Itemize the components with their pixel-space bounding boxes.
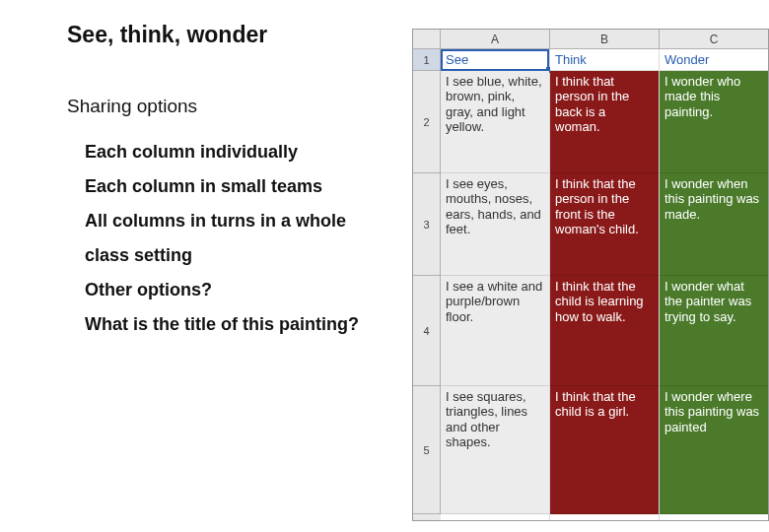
cell-a4[interactable]: I see a white and purple/brown floor. [441,276,549,386]
row-number-gutter: 1 2 3 4 5 [413,49,441,520]
select-all-corner[interactable] [413,30,441,48]
cell-b3[interactable]: I think that the person in the front is … [550,173,659,276]
column-header-a[interactable]: A [441,30,550,48]
row-number[interactable]: 5 [413,386,441,514]
cell-c2[interactable]: I wonder who made this painting. [660,71,768,173]
cell-a1[interactable]: See [441,49,549,71]
cell-c3[interactable]: I wonder when this painting was made. [660,173,768,276]
row-number[interactable]: 3 [413,173,441,276]
column-header-b[interactable]: B [550,30,660,48]
cell-a2[interactable]: I see blue, white, brown, pink, gray, an… [441,71,549,173]
cell-b5[interactable]: I think that the child is a girl. [550,386,659,514]
slide: See, think, wonder Sharing options Each … [0,0,769,532]
column-see: See I see blue, white, brown, pink, gray… [441,49,550,520]
column-think: Think I think that person in the back is… [550,49,660,520]
column-header-row: A B C [413,30,768,49]
cell-c5[interactable]: I wonder where this painting was painted [660,386,768,514]
row-number[interactable]: 2 [413,71,441,173]
cell-a5[interactable]: I see squares, triangles, lines and othe… [441,386,549,514]
cell-b2[interactable]: I think that person in the back is a wom… [550,71,659,173]
row-number[interactable]: 4 [413,276,441,386]
cell-b1[interactable]: Think [550,49,659,71]
column-wonder: Wonder I wonder who made this painting. … [660,49,768,520]
cell-a3[interactable]: I see eyes, mouths, noses, ears, hands, … [441,173,549,276]
row-number[interactable]: 1 [413,49,441,71]
cell-c4[interactable]: I wonder what the painter was trying to … [660,276,768,386]
cell-b4[interactable]: I think that the child is learning how t… [550,276,659,386]
spreadsheet: A B C 1 2 3 4 5 See I see blue, white, b… [412,29,769,521]
column-header-c[interactable]: C [660,30,768,48]
cell-c1[interactable]: Wonder [660,49,768,71]
